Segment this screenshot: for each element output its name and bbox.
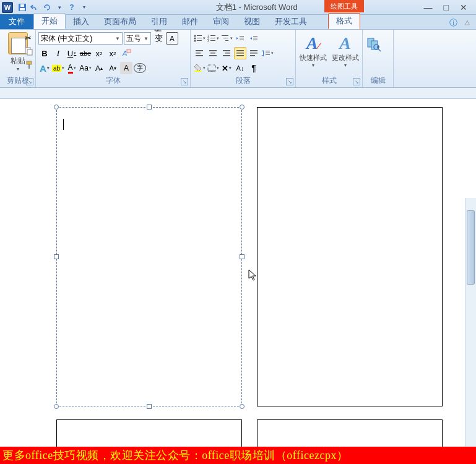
font-label: 字体 <box>36 75 190 86</box>
asian-layout-icon[interactable]: ✕▾ <box>220 62 233 74</box>
styles-launcher-icon[interactable]: ↘ <box>353 78 360 85</box>
svg-rect-39 <box>236 50 244 51</box>
tab-review[interactable]: 审阅 <box>206 14 236 29</box>
svg-rect-49 <box>194 71 202 72</box>
resize-handle-icon[interactable] <box>147 404 152 409</box>
group-styles: A⁄ 快速样式 ▾ A 更改样式 ▾ 样式 ↘ <box>296 30 363 87</box>
tab-home[interactable]: 开始 <box>33 13 66 29</box>
copy-icon[interactable] <box>25 47 35 57</box>
bullets-icon[interactable]: ▾ <box>193 32 206 45</box>
change-case-icon[interactable]: Aa▾ <box>79 62 92 74</box>
indent-inc-icon[interactable] <box>248 32 260 45</box>
app-icon[interactable]: W <box>2 2 13 13</box>
textbox-selected[interactable] <box>56 107 242 406</box>
svg-rect-14 <box>197 40 202 41</box>
font-color-icon[interactable]: A▾ <box>66 62 78 74</box>
strike-button[interactable]: abe <box>79 47 92 59</box>
phonetic-guide-icon[interactable]: 变wén <box>152 32 165 45</box>
clipboard-launcher-icon[interactable]: ↘ <box>26 78 33 85</box>
tab-insert[interactable]: 插入 <box>66 14 97 29</box>
bold-button[interactable]: B <box>38 47 51 59</box>
tab-developer[interactable]: 开发工具 <box>267 14 314 29</box>
indent-dec-icon[interactable] <box>234 32 246 45</box>
subscript-button[interactable]: x2 <box>93 47 105 59</box>
format-painter-icon[interactable] <box>25 61 35 71</box>
change-styles-button[interactable]: A 更改样式 ▾ <box>331 33 360 68</box>
align-right-icon[interactable] <box>220 47 233 59</box>
group-font: 宋体 (中文正文) ▼ 五号 ▼ 变wén A B I U▾ abe x2 x2… <box>36 30 191 87</box>
svg-rect-46 <box>266 51 270 51</box>
distribute-icon[interactable] <box>248 47 260 59</box>
enclose-char-icon[interactable]: 字 <box>134 63 146 73</box>
svg-rect-29 <box>253 40 257 40</box>
char-shading-icon[interactable]: A <box>120 62 132 74</box>
shrink-font-icon[interactable]: A▾ <box>106 62 119 74</box>
multilevel-icon[interactable]: ▾ <box>220 32 233 45</box>
maximize-icon[interactable]: □ <box>444 2 449 12</box>
svg-text:3: 3 <box>207 39 209 42</box>
ribbon-help-icon[interactable]: ⓘ <box>449 17 457 28</box>
chevron-down-icon: ▼ <box>115 36 120 41</box>
svg-rect-21 <box>222 35 228 36</box>
vertical-scrollbar[interactable] <box>465 198 476 455</box>
ribbon-collapse-icon[interactable]: △ <box>465 19 470 25</box>
font-size-value: 五号 <box>126 33 141 44</box>
svg-text:A: A <box>122 49 127 57</box>
resize-handle-icon[interactable] <box>147 105 152 110</box>
line-spacing-icon[interactable]: ▾ <box>261 47 274 59</box>
align-left-icon[interactable] <box>193 47 206 59</box>
help-icon[interactable]: ? <box>66 2 77 13</box>
italic-button[interactable]: I <box>52 47 64 59</box>
tab-references[interactable]: 引用 <box>144 14 175 29</box>
quick-styles-button[interactable]: A⁄ 快速样式 ▾ <box>299 33 327 68</box>
superscript-button[interactable]: x2 <box>106 47 119 59</box>
font-launcher-icon[interactable]: ↘ <box>181 78 188 85</box>
font-name-dropdown[interactable]: 宋体 (中文正文) ▼ <box>38 32 123 45</box>
resize-handle-icon[interactable] <box>240 105 244 110</box>
resize-handle-icon[interactable] <box>240 404 244 409</box>
shading-icon[interactable]: ▾ <box>193 62 206 74</box>
font-size-dropdown[interactable]: 五号 ▼ <box>124 32 151 45</box>
resize-handle-icon[interactable] <box>54 254 59 259</box>
tab-file[interactable]: 文件 <box>0 14 33 29</box>
save-icon[interactable] <box>17 2 28 13</box>
document-area[interactable] <box>0 99 476 455</box>
resize-handle-icon[interactable] <box>54 105 59 110</box>
qat-more-icon[interactable]: ▾ <box>54 2 65 13</box>
resize-handle-icon[interactable] <box>54 404 59 409</box>
scroll-thumb[interactable] <box>467 210 475 285</box>
borders-icon[interactable]: ▾ <box>207 62 219 74</box>
redo-icon[interactable] <box>41 2 53 13</box>
tab-mail[interactable]: 邮件 <box>175 14 206 29</box>
highlight-icon[interactable]: ab▾ <box>52 62 64 74</box>
show-marks-icon[interactable]: ¶ <box>248 62 260 74</box>
svg-rect-25 <box>240 38 244 38</box>
char-border-icon[interactable]: A <box>166 32 178 45</box>
svg-rect-18 <box>210 38 215 38</box>
minimize-icon[interactable]: — <box>424 2 433 12</box>
tab-view[interactable]: 视图 <box>236 14 267 29</box>
svg-rect-35 <box>209 55 217 56</box>
svg-rect-22 <box>223 38 228 38</box>
cut-icon[interactable]: ✂ <box>25 33 35 43</box>
tab-format[interactable]: 格式 <box>328 13 360 29</box>
undo-icon[interactable] <box>29 2 40 13</box>
resize-handle-icon[interactable] <box>240 254 244 259</box>
grow-font-icon[interactable]: A▴ <box>93 62 105 74</box>
svg-rect-51 <box>208 71 215 72</box>
underline-button[interactable]: U▾ <box>66 47 78 59</box>
numbering-icon[interactable]: 123▾ <box>207 32 219 45</box>
tab-layout[interactable]: 页面布局 <box>97 14 144 29</box>
text-effects-icon[interactable]: A▾ <box>38 62 51 74</box>
textbox[interactable] <box>257 107 443 406</box>
window-title: 文档1 - Microsoft Word <box>90 2 424 13</box>
paragraph-launcher-icon[interactable]: ↘ <box>286 78 293 85</box>
align-justify-icon[interactable] <box>234 47 246 59</box>
align-center-icon[interactable] <box>207 47 219 59</box>
sort-icon[interactable]: A↓ <box>234 62 246 74</box>
qat-dd-icon[interactable]: ▾ <box>79 2 90 13</box>
clear-format-icon[interactable]: A <box>120 47 132 59</box>
close-icon[interactable]: ✕ <box>460 2 467 12</box>
ruler[interactable] <box>0 88 476 99</box>
svg-rect-50 <box>208 65 215 71</box>
